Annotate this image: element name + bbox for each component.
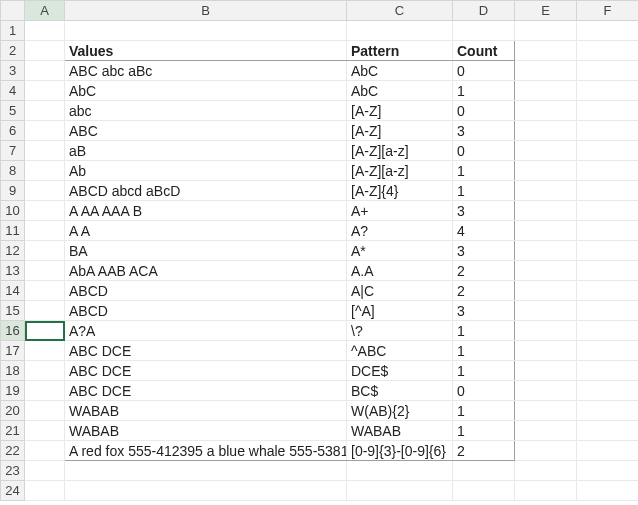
cell-D22[interactable]: 2 — [453, 441, 515, 461]
cell-E10[interactable] — [515, 201, 577, 221]
cell-D1[interactable] — [453, 21, 515, 41]
cell-F14[interactable] — [577, 281, 639, 301]
row-header-20[interactable]: 20 — [1, 401, 25, 421]
col-header-F[interactable]: F — [577, 1, 639, 21]
cell-A10[interactable] — [25, 201, 65, 221]
cell-B1[interactable] — [65, 21, 347, 41]
row-header-17[interactable]: 17 — [1, 341, 25, 361]
cell-D9[interactable]: 1 — [453, 181, 515, 201]
cell-D12[interactable]: 3 — [453, 241, 515, 261]
row-header-11[interactable]: 11 — [1, 221, 25, 241]
cell-C17[interactable]: ^ABC — [347, 341, 453, 361]
cell-C4[interactable]: AbC — [347, 81, 453, 101]
cell-E12[interactable] — [515, 241, 577, 261]
cell-F1[interactable] — [577, 21, 639, 41]
cell-C13[interactable]: A.A — [347, 261, 453, 281]
cell-A13[interactable] — [25, 261, 65, 281]
row-header-21[interactable]: 21 — [1, 421, 25, 441]
cell-A6[interactable] — [25, 121, 65, 141]
cell-C14[interactable]: A|C — [347, 281, 453, 301]
cell-D14[interactable]: 2 — [453, 281, 515, 301]
cell-A3[interactable] — [25, 61, 65, 81]
row-header-6[interactable]: 6 — [1, 121, 25, 141]
cell-D7[interactable]: 0 — [453, 141, 515, 161]
cell-B4[interactable]: AbC — [65, 81, 347, 101]
cell-C15[interactable]: [^A] — [347, 301, 453, 321]
cell-A20[interactable] — [25, 401, 65, 421]
cell-F7[interactable] — [577, 141, 639, 161]
cell-F4[interactable] — [577, 81, 639, 101]
row-header-16[interactable]: 16 — [1, 321, 25, 341]
cell-C16[interactable]: \? — [347, 321, 453, 341]
cell-A7[interactable] — [25, 141, 65, 161]
cell-C12[interactable]: A* — [347, 241, 453, 261]
cell-F21[interactable] — [577, 421, 639, 441]
cell-A9[interactable] — [25, 181, 65, 201]
cell-D5[interactable]: 0 — [453, 101, 515, 121]
cell-C19[interactable]: BC$ — [347, 381, 453, 401]
cell-B24[interactable] — [65, 481, 347, 501]
row-header-1[interactable]: 1 — [1, 21, 25, 41]
cell-C23[interactable] — [347, 461, 453, 481]
cell-F5[interactable] — [577, 101, 639, 121]
cell-E21[interactable] — [515, 421, 577, 441]
cell-F8[interactable] — [577, 161, 639, 181]
cell-F15[interactable] — [577, 301, 639, 321]
cell-A16[interactable] — [25, 321, 65, 341]
col-header-C[interactable]: C — [347, 1, 453, 21]
cell-B19[interactable]: ABC DCE — [65, 381, 347, 401]
cell-B5[interactable]: abc — [65, 101, 347, 121]
cell-E19[interactable] — [515, 381, 577, 401]
cell-A1[interactable] — [25, 21, 65, 41]
select-all-corner[interactable] — [1, 1, 25, 21]
cell-C2[interactable]: Pattern — [347, 41, 453, 61]
cell-F2[interactable] — [577, 41, 639, 61]
cell-C18[interactable]: DCE$ — [347, 361, 453, 381]
cell-A15[interactable] — [25, 301, 65, 321]
cell-B9[interactable]: ABCD abcd aBcD — [65, 181, 347, 201]
cell-B16[interactable]: A?A — [65, 321, 347, 341]
cell-F23[interactable] — [577, 461, 639, 481]
cell-D18[interactable]: 1 — [453, 361, 515, 381]
row-header-3[interactable]: 3 — [1, 61, 25, 81]
row-header-12[interactable]: 12 — [1, 241, 25, 261]
row-header-14[interactable]: 14 — [1, 281, 25, 301]
cell-C21[interactable]: WABAB — [347, 421, 453, 441]
cell-D10[interactable]: 3 — [453, 201, 515, 221]
cell-B11[interactable]: A A — [65, 221, 347, 241]
col-header-D[interactable]: D — [453, 1, 515, 21]
cell-A5[interactable] — [25, 101, 65, 121]
cell-E18[interactable] — [515, 361, 577, 381]
cell-B6[interactable]: ABC — [65, 121, 347, 141]
cell-E7[interactable] — [515, 141, 577, 161]
cell-C22[interactable]: [0-9]{3}-[0-9]{6} — [347, 441, 453, 461]
cell-B21[interactable]: WABAB — [65, 421, 347, 441]
col-header-B[interactable]: B — [65, 1, 347, 21]
cell-B23[interactable] — [65, 461, 347, 481]
cell-D23[interactable] — [453, 461, 515, 481]
cell-E3[interactable] — [515, 61, 577, 81]
cell-D4[interactable]: 1 — [453, 81, 515, 101]
cell-C24[interactable] — [347, 481, 453, 501]
cell-C11[interactable]: A? — [347, 221, 453, 241]
cell-D2[interactable]: Count — [453, 41, 515, 61]
cell-F6[interactable] — [577, 121, 639, 141]
cell-E22[interactable] — [515, 441, 577, 461]
cell-C7[interactable]: [A-Z][a-z] — [347, 141, 453, 161]
col-header-E[interactable]: E — [515, 1, 577, 21]
row-header-19[interactable]: 19 — [1, 381, 25, 401]
cell-A11[interactable] — [25, 221, 65, 241]
cell-A2[interactable] — [25, 41, 65, 61]
cell-E8[interactable] — [515, 161, 577, 181]
cell-E20[interactable] — [515, 401, 577, 421]
cell-A18[interactable] — [25, 361, 65, 381]
cell-F11[interactable] — [577, 221, 639, 241]
cell-D21[interactable]: 1 — [453, 421, 515, 441]
cell-A22[interactable] — [25, 441, 65, 461]
cell-B8[interactable]: Ab — [65, 161, 347, 181]
cell-E1[interactable] — [515, 21, 577, 41]
cell-F9[interactable] — [577, 181, 639, 201]
cell-D24[interactable] — [453, 481, 515, 501]
cell-C1[interactable] — [347, 21, 453, 41]
cell-B14[interactable]: ABCD — [65, 281, 347, 301]
